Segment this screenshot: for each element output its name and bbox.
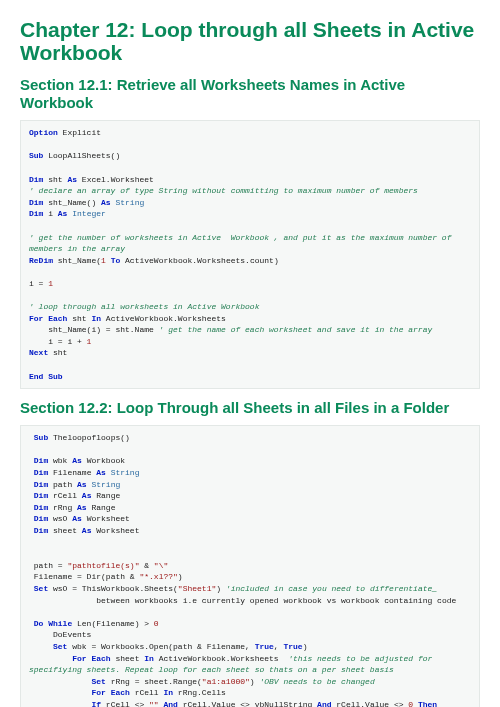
code-block-2: Sub Theloopofloops() Dim wbk As Workbook… xyxy=(20,425,480,707)
code-block-1: Option Explicit Sub LoopAllSheets() Dim … xyxy=(20,120,480,389)
chapter-title: Chapter 12: Loop through all Sheets in A… xyxy=(20,18,480,64)
section-title-2: Section 12.2: Loop Through all Sheets in… xyxy=(20,399,480,417)
section-title-1: Section 12.1: Retrieve all Worksheets Na… xyxy=(20,76,480,112)
